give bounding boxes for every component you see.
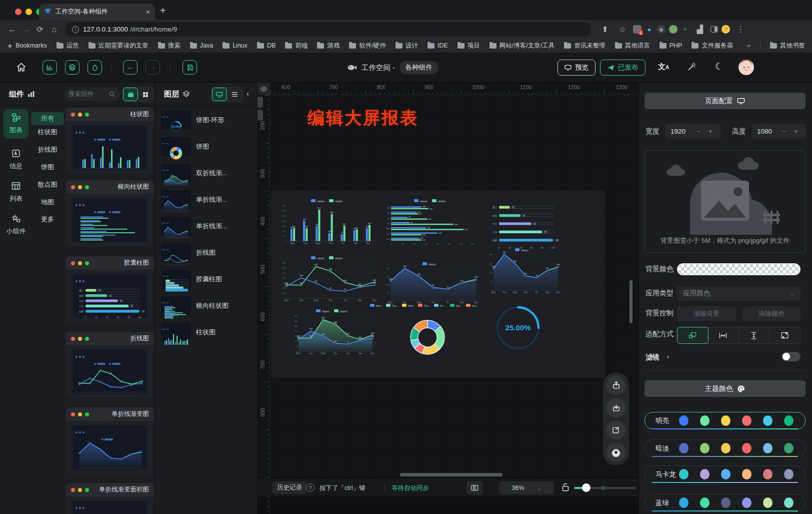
line-chart[interactable]: data1data2050100150200250300350120200150… xyxy=(279,254,377,304)
help-icon[interactable]: ? xyxy=(306,483,314,492)
edit-button[interactable] xyxy=(606,420,626,439)
category-饼图[interactable]: 饼图 xyxy=(31,163,64,172)
theme-color-dot[interactable] xyxy=(763,443,772,453)
bar-chart[interactable]: data1data2050100150200250300350120130Mon… xyxy=(279,197,377,247)
theme-color-header[interactable]: 主题颜色 xyxy=(644,380,806,397)
history-button[interactable]: 历史记录 xyxy=(272,481,306,494)
component-card[interactable]: 单折线渐变面积图 xyxy=(66,483,154,514)
theme-color-dot[interactable] xyxy=(784,443,794,453)
theme-drop-button[interactable] xyxy=(88,60,102,75)
bookmarks-overflow-icon[interactable]: » xyxy=(747,42,750,49)
window-close-button[interactable] xyxy=(15,9,22,15)
editor-canvas[interactable]: 6007008009001000110012001300 20030040050… xyxy=(258,83,638,514)
category-散点图[interactable]: 散点图 xyxy=(31,180,64,189)
component-card[interactable]: 柱状图 xyxy=(66,108,154,174)
sidebar-tab-小组件[interactable]: 小组件 xyxy=(4,210,28,240)
canvas-text-heading[interactable]: 编辑大屏报表 xyxy=(308,107,418,130)
theme-color-dot[interactable] xyxy=(679,443,688,453)
horizontal-scrollbar[interactable] xyxy=(400,473,502,476)
home-button-icon[interactable] xyxy=(16,62,26,74)
menu-dots-icon[interactable]: ⋮ xyxy=(734,25,748,34)
layer-item[interactable]: 横向柱状图 xyxy=(161,295,252,317)
share-icon[interactable]: ⬆ xyxy=(598,25,612,34)
user-avatar[interactable] xyxy=(738,60,754,77)
theme-color-dot[interactable] xyxy=(679,469,688,479)
tab-close-icon[interactable]: × xyxy=(146,8,150,16)
bookmark-folder[interactable]: 软件/硬件 xyxy=(349,42,386,50)
theme-color-dot[interactable] xyxy=(784,469,794,479)
app-type-select[interactable]: 应用颜色⌄ xyxy=(677,286,800,301)
grid-view-toggle[interactable] xyxy=(138,88,153,101)
theme-color-dot[interactable] xyxy=(721,497,730,508)
theme-row-马卡龙[interactable]: 马卡龙 xyxy=(644,465,806,483)
component-card[interactable]: 横向柱状图 xyxy=(66,180,154,246)
theme-row-暗淡[interactable]: 暗淡 xyxy=(644,439,806,457)
fit-stretch-option[interactable] xyxy=(770,327,800,343)
bookmark-folder[interactable]: 项目 xyxy=(458,42,480,50)
bookmark-folder[interactable]: 资讯未整理 xyxy=(564,42,606,50)
bookmark-folder[interactable]: Java xyxy=(190,42,213,50)
panel-handle[interactable] xyxy=(258,110,263,121)
workspace-name-pill[interactable]: 各种组件 xyxy=(400,61,438,74)
gradient-line-chart[interactable]: data10501001502001202001508070110130MonT… xyxy=(383,260,479,306)
bookmark-folder[interactable]: 搜索 xyxy=(158,42,180,50)
background-upload-dropzone[interactable]: 背景图需小于 5M，格式为 png/jpg/gif 的文件 xyxy=(644,150,806,253)
theme-color-dot[interactable] xyxy=(742,497,752,508)
ruler-eye-icon[interactable] xyxy=(258,83,270,95)
filter-toggle[interactable] xyxy=(782,352,800,361)
theme-row-蓝绿[interactable]: 蓝绿 xyxy=(644,494,806,511)
theme-color-dot[interactable] xyxy=(700,443,710,453)
category-地图[interactable]: 地图 xyxy=(31,198,64,207)
site-info-icon[interactable]: i xyxy=(72,26,79,33)
redo-button[interactable]: → xyxy=(146,60,160,75)
fit-scale-option[interactable] xyxy=(677,327,708,344)
theme-color-dot[interactable] xyxy=(700,469,710,479)
bookmark-folder[interactable]: DB xyxy=(257,42,276,50)
extension-icon[interactable]: g xyxy=(633,25,642,34)
sidebar-icon[interactable] xyxy=(710,26,718,33)
theme-color-dot[interactable] xyxy=(700,497,710,508)
browser-tab[interactable]: 工作空间-各种组件 × xyxy=(39,4,155,20)
export-button[interactable] xyxy=(606,376,626,395)
bookmarks-manager[interactable]: ★Bookmarks xyxy=(7,42,47,50)
panel-handle[interactable] xyxy=(258,97,263,108)
stepper-buttons[interactable]: − + xyxy=(782,127,801,135)
category-更多[interactable]: 更多 xyxy=(31,215,64,224)
bookmark-folder[interactable]: Linux xyxy=(222,42,248,50)
settings-gear-icon[interactable] xyxy=(606,443,626,462)
donut-pie-chart[interactable]: MonTueWedThuFriSatSun xyxy=(341,301,511,361)
back-icon[interactable]: ← xyxy=(5,25,19,34)
stepper-buttons[interactable]: − + xyxy=(696,127,716,135)
extension-icon[interactable]: ◆ xyxy=(645,25,654,34)
other-bookmarks[interactable]: 其他书签 xyxy=(770,42,805,50)
height-input[interactable]: 1080− + xyxy=(752,124,806,139)
magic-wand-icon[interactable] xyxy=(687,62,696,73)
extensions-puzzle-icon[interactable]: ▟ xyxy=(693,25,707,34)
layer-item[interactable]: 单折线渐... xyxy=(161,189,252,211)
bookmark-folder[interactable]: 前端 xyxy=(285,42,308,50)
dashboard-board[interactable]: data1data2050100150200250300350120130Mon… xyxy=(271,190,605,378)
filter-expand-icon[interactable]: › xyxy=(667,353,669,360)
theme-color-dot[interactable] xyxy=(679,415,688,426)
download-button[interactable] xyxy=(606,398,626,417)
category-所有[interactable]: 所有 xyxy=(31,112,64,125)
dark-mode-moon-icon[interactable]: ☾ xyxy=(715,61,724,72)
bookmark-folder[interactable]: 网站/博客/文章/工具 xyxy=(490,42,554,50)
reload-icon[interactable]: ⟳ xyxy=(33,25,47,34)
gradient-line-chart[interactable]: data10501001502001202001508070110130MonT… xyxy=(486,246,561,296)
width-input[interactable]: 1920− + xyxy=(666,124,720,139)
fit-height-option[interactable] xyxy=(739,327,770,343)
theme-color-dot[interactable] xyxy=(721,443,730,453)
bookmark-folder[interactable]: 近期需要读的文章 xyxy=(88,42,148,50)
window-minimize-button[interactable] xyxy=(26,9,32,15)
horizontal-bar-chart[interactable]: data1data2Sun130160Sat110117Fri70155Thu8… xyxy=(383,197,479,247)
history-panel-button[interactable] xyxy=(466,481,483,494)
bookmark-folder[interactable]: 运营 xyxy=(56,42,79,50)
thumbnail-view-toggle[interactable] xyxy=(212,88,227,101)
zoom-slider-knob[interactable] xyxy=(582,483,590,492)
sidebar-tab-列表[interactable]: 列表 xyxy=(4,178,28,207)
clear-color-button[interactable]: 清除颜色 xyxy=(742,306,800,321)
layer-item[interactable]: 胶囊柱图 xyxy=(161,268,252,290)
page-config-header[interactable]: 页面配置 xyxy=(644,93,806,109)
sidebar-tab-图表[interactable]: 图表 xyxy=(4,109,28,139)
